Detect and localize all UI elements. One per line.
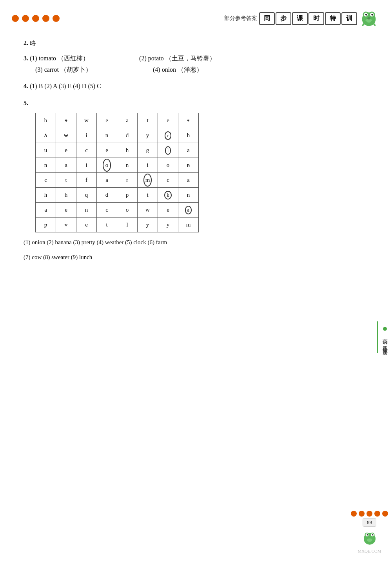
header-dot-3 [32,15,39,22]
q5-answers-line-1: (1) onion (2) banana (3) pretty (4) weat… [24,236,368,248]
question-2: 2. 略 [24,38,368,49]
side-label: 英语 四年级（下册） [377,321,392,353]
cell-0-0: b [36,113,56,128]
svg-point-10 [367,17,370,20]
cell-0-1: s [56,113,76,128]
cell-4-3: a [97,172,117,187]
grid-row-3: n a i o n i o n [36,158,199,172]
grid-row-4: c t f a r m c a [36,172,199,187]
q4-text: (1) B (2) A (3) E (4) D (5) C [30,83,101,89]
cell-7-4: l [117,217,138,232]
cell-6-7: a [178,202,199,217]
q3-item-1: (1) tomato （西红柿） [30,55,89,62]
cell-2-4: h [117,143,138,158]
grid-row-2: u e c e h g l a [36,143,199,158]
svg-point-18 [367,539,372,542]
cell-6-2: n [76,202,97,217]
grid-row-7: p v e t l y y m [36,217,199,232]
side-dot [383,327,387,331]
watermark: MXQE.COM [358,549,381,553]
cell-4-5: m [138,172,158,187]
header-box-6: 训 [341,12,357,25]
cell-6-3: c [97,202,117,217]
cell-5-2: q [76,187,97,202]
cell-1-4: d [117,128,138,143]
cell-7-5: y [138,217,158,232]
cell-7-3: t [97,217,117,232]
word-search-grid: b s w e a t e r ∧ w i n d y c [35,113,199,232]
cell-2-3: e [97,143,117,158]
cell-3-5: i [138,158,158,172]
cell-7-6: y [158,217,178,232]
q2-number: 2. [24,40,30,46]
cell-0-2: w [76,113,97,128]
cell-1-2: i [76,128,97,143]
header-box-4: 时 [309,12,324,25]
header-dot-1 [12,15,19,22]
cell-3-1: a [56,158,76,172]
header-box-1: 同 [259,12,275,25]
bottom-dot-3 [367,511,372,517]
cell-2-5: g [138,143,158,158]
cell-1-7: h [178,128,199,143]
q4-number: 4. [24,83,30,89]
cell-5-3: d [97,187,117,202]
header-dot-5 [53,15,60,22]
cell-1-5: y [138,128,158,143]
svg-point-16 [367,534,368,535]
question-3: 3. (1) tomato （西红柿） (2) potato （土豆，马铃薯） … [24,53,368,76]
grid-row-1: ∧ w i n d y c h [36,128,199,143]
cell-0-7: r [178,113,199,128]
cell-6-5: w [138,202,158,217]
header-dot-2 [22,15,29,22]
cell-5-1: h [56,187,76,202]
cell-3-3: o [97,158,117,172]
cell-1-1: w [56,128,76,143]
bottom-dot-4 [374,511,380,517]
bottom-dot-2 [359,511,365,517]
q3-item-3: (3) carrot （胡萝卜） [35,66,92,73]
question-5: 5. b s w e a t e r ∧ w i [24,98,368,263]
grid-row-0: b s w e a t e r [36,113,199,128]
cell-6-6: e [158,202,178,217]
cell-3-6: o [158,158,178,172]
cell-2-0: u [36,143,56,158]
side-text: 英语 四年级（下册） [381,335,388,348]
cell-2-7: a [178,143,199,158]
cell-5-7: n [178,187,199,202]
cell-0-4: a [117,113,138,128]
cell-4-0: c [36,172,56,187]
svg-point-5 [365,14,367,16]
cell-3-4: n [117,158,138,172]
q2-text: 略 [30,40,36,46]
page-number: 89 [367,519,372,525]
bottom-dots [351,511,388,517]
cell-3-0: n [36,158,56,172]
cell-7-0: p [36,217,56,232]
header-right: 部分参考答案 同 步 课 时 特 训 [224,7,380,30]
q5-answer-2: (7) cow (8) sweater (9) lunch [24,254,92,260]
cell-4-7: a [178,172,199,187]
cell-4-6: c [158,172,178,187]
cell-1-0: ∧ [36,128,56,143]
q5-answer-1: (1) onion (2) banana (3) pretty (4) weat… [24,239,167,245]
bottom-area: 89 MXQE.COM [351,511,388,553]
cell-1-6: c [158,128,178,143]
q3-item-2: (2) potato （土豆，马铃薯） [139,55,216,62]
cell-0-6: e [158,113,178,128]
header-box-5: 特 [325,12,341,25]
cell-5-6: k [158,187,178,202]
cell-3-2: i [76,158,97,172]
header-box-3: 课 [292,12,308,25]
q5-answers-line-2: (7) cow (8) sweater (9) lunch [24,251,368,263]
cell-4-1: t [56,172,76,187]
cell-2-1: e [56,143,76,158]
cell-0-3: e [97,113,117,128]
cell-6-0: a [36,202,56,217]
q3-item-4: (4) onion （洋葱） [153,66,203,73]
cell-3-7: n [178,158,199,172]
grid-row-6: a e n c o w e a [36,202,199,217]
svg-point-17 [372,534,373,535]
grid-row-5: h h q d p t k n [36,187,199,202]
header-boxes: 同 步 课 时 特 训 [259,12,358,25]
